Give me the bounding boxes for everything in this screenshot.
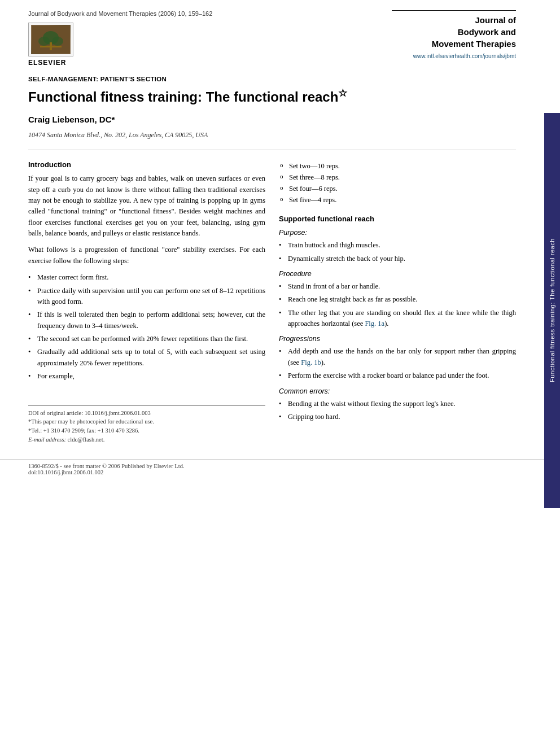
logo-inner [31, 25, 71, 54]
svg-point-3 [52, 37, 63, 46]
list-item: Set three—8 reps. [279, 172, 516, 183]
journal-url: www.intl.elsevierhealth.com/journals/jbm… [413, 53, 516, 59]
list-item: Set five—4 reps. [279, 194, 516, 206]
author-address: 10474 Santa Monica Blvd., No. 202, Los A… [28, 131, 516, 139]
author-name: Craig Liebenson, DC* [28, 115, 516, 124]
header-left: Journal of Bodywork and Movement Therapi… [28, 10, 212, 67]
common-errors-label: Common errors: [279, 387, 516, 395]
copyright-line2: doi:10.1016/j.jbmt.2006.01.002 [28, 469, 516, 475]
common-errors-list: Bending at the waist without flexing the… [279, 399, 516, 423]
footnote-doi: DOI of original article: 10.1016/j.jbmt.… [28, 409, 265, 418]
elsevier-label: ELSEVIER [28, 59, 66, 67]
fig1b-link[interactable]: Fig. 1b [301, 359, 321, 366]
copyright-line1: 1360-8592/$ - see front matter © 2006 Pu… [28, 463, 516, 469]
list-item: Set two—10 reps. [279, 160, 516, 172]
divider [28, 150, 516, 150]
list-item: Gripping too hard. [279, 412, 516, 422]
supported-heading: Supported functional reach [279, 215, 516, 223]
journal-citation: Journal of Bodywork and Movement Therapi… [28, 10, 212, 17]
svg-point-2 [38, 37, 50, 46]
list-item: Stand in front of a bar or handle. [279, 281, 516, 292]
intro-para1: If your goal is to carry grocery bags an… [28, 173, 265, 239]
footer-copyright: 1360-8592/$ - see front matter © 2006 Pu… [0, 459, 544, 475]
footnote-tel: *Tel.: +1 310 470 2909; fax: +1 310 470 … [28, 426, 265, 435]
steps-list: Master correct form first. Practice dail… [28, 272, 265, 382]
list-item: Train buttock and thigh muscles. [279, 240, 516, 251]
star-symbol: ☆ [338, 88, 347, 99]
procedure-label: Procedure [279, 270, 516, 278]
journal-name: Journal of Bodywork and Movement Therapi… [432, 14, 516, 50]
email-value: cldc@flash.net. [68, 436, 105, 443]
side-tab: Functional fitness training: The functio… [544, 113, 560, 508]
fig1a-link[interactable]: Fig. 1a [365, 320, 384, 327]
intro-para2: What follows is a progression of functio… [28, 244, 265, 267]
header: Journal of Bodywork and Movement Therapi… [0, 0, 544, 67]
list-item: Practice daily with supervision until yo… [28, 286, 265, 308]
list-item: Dynamically stretch the back of your hip… [279, 254, 516, 264]
list-item: Gradually add additional sets up to tota… [28, 347, 265, 369]
left-column: Introduction If your goal is to carry gr… [28, 158, 265, 444]
progressions-label: Progressions [279, 335, 516, 343]
list-item: Master correct form first. [28, 272, 265, 283]
header-line [392, 10, 516, 11]
list-item: Add depth and use the hands on the bar o… [279, 346, 516, 368]
footnotes-area: DOI of original article: 10.1016/j.jbmt.… [28, 405, 265, 444]
procedure-list: Stand in front of a bar or handle. Reach… [279, 281, 516, 330]
email-label: E-mail address: [28, 436, 66, 443]
footnote-email: E-mail address: cldc@flash.net. [28, 435, 265, 444]
purpose-label: Purpose: [279, 229, 516, 237]
list-item: Perform the exercise with a rocker board… [279, 370, 516, 381]
list-item: Reach one leg straight back as far as po… [279, 294, 516, 305]
main-content: SELF-MANAGEMENT: PATIENT'S SECTION Funct… [0, 76, 544, 456]
article-title: Functional fitness training: The functio… [28, 87, 516, 106]
list-item: For example, [28, 371, 265, 382]
svg-rect-5 [40, 46, 62, 47]
list-item: If this is well tolerated then begin to … [28, 309, 265, 331]
two-column-layout: Introduction If your goal is to carry gr… [28, 158, 516, 444]
list-item: Bending at the waist without flexing the… [279, 399, 516, 409]
logo-image [28, 23, 73, 56]
page: Functional fitness training: The functio… [0, 0, 560, 747]
list-item: The second set can be performed with 20%… [28, 334, 265, 344]
purpose-list: Train buttock and thigh muscles. Dynamic… [279, 240, 516, 264]
footnote-divider [28, 405, 265, 405]
elsevier-tree-icon [32, 25, 70, 54]
elsevier-logo: ELSEVIER [28, 23, 212, 67]
section-label: SELF-MANAGEMENT: PATIENT'S SECTION [28, 76, 516, 82]
right-sets-list: Set two—10 reps. Set three—8 reps. Set f… [279, 160, 516, 206]
footnote-copy: *This paper may be photocopied for educa… [28, 417, 265, 426]
list-item: Set four—6 reps. [279, 183, 516, 194]
introduction-heading: Introduction [28, 160, 265, 169]
progressions-list: Add depth and use the hands on the bar o… [279, 346, 516, 381]
right-column: Set two—10 reps. Set three—8 reps. Set f… [279, 158, 516, 444]
header-right: Journal of Bodywork and Movement Therapi… [392, 10, 516, 67]
list-item: The other leg that you are standing on s… [279, 308, 516, 330]
